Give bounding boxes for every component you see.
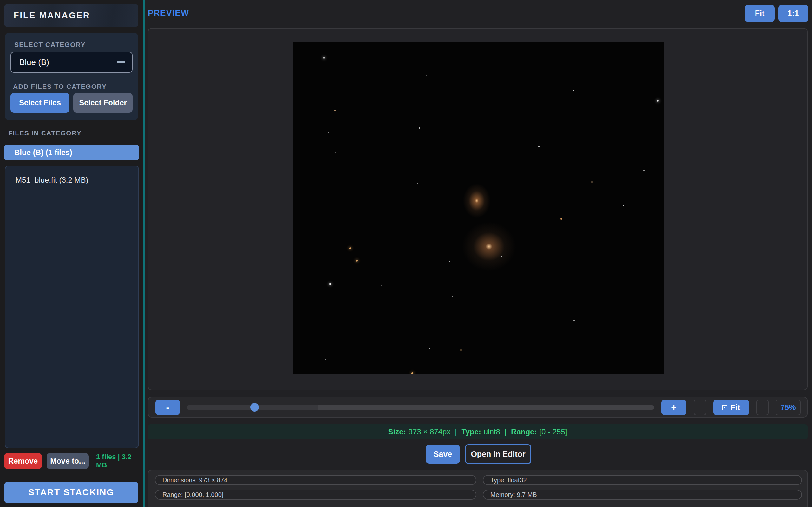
fit-button[interactable]: Fit <box>745 5 774 22</box>
star <box>329 283 331 285</box>
status-type-label: Type: <box>462 428 481 436</box>
select-folder-button[interactable]: Select Folder <box>73 93 132 113</box>
preview-image[interactable] <box>293 42 663 375</box>
remove-button[interactable]: Remove <box>4 453 42 469</box>
star <box>460 349 462 351</box>
files-in-category-label: FILES IN CATEGORY <box>8 129 82 137</box>
star <box>643 170 645 171</box>
status-separator: | <box>505 428 506 436</box>
image-status-bar: Size: 973 × 874px | Type: uint8 | Range:… <box>148 424 808 440</box>
star <box>412 372 413 374</box>
star <box>419 127 420 129</box>
star <box>574 320 575 321</box>
info-memory: Memory: 9.7 MB <box>483 490 802 500</box>
category-group-label: Blue (B) (1 files) <box>14 148 72 157</box>
zoom-extra-button-1[interactable] <box>694 399 706 415</box>
star <box>538 146 540 147</box>
star <box>622 205 624 206</box>
fit-box-icon <box>722 405 727 410</box>
add-files-label: ADD FILES TO CATEGORY <box>13 83 107 90</box>
zoom-out-button[interactable]: - <box>155 400 180 415</box>
status-size-label: Size: <box>388 428 406 436</box>
file-manager-title: FILE MANAGER <box>14 11 91 20</box>
star <box>657 100 659 102</box>
open-in-editor-button[interactable]: Open in Editor <box>465 444 531 464</box>
one-to-one-button[interactable]: 1:1 <box>778 5 808 22</box>
category-select[interactable]: Blue (B) <box>10 52 132 73</box>
zoom-extra-button-2[interactable] <box>757 399 768 415</box>
star <box>448 261 450 262</box>
category-group-row[interactable]: Blue (B) (1 files) <box>4 145 139 160</box>
image-info-panel: Dimensions: 973 × 874 Type: float32 Rang… <box>148 469 808 507</box>
file-manager-header: FILE MANAGER <box>4 4 138 27</box>
star <box>452 296 453 297</box>
star <box>591 181 593 183</box>
info-type: Type: float32 <box>483 475 802 485</box>
star <box>349 247 351 249</box>
zoom-fit-button[interactable]: Fit <box>713 399 749 415</box>
category-panel: SELECT CATEGORY Blue (B) ADD FILES TO CA… <box>5 33 138 120</box>
star <box>426 75 427 76</box>
galaxy <box>452 213 526 281</box>
preview-title: PREVIEW <box>148 8 189 18</box>
status-range-label: Range: <box>511 428 537 436</box>
selection-stats: 1 files | 3.2 MB <box>96 453 143 469</box>
star <box>335 152 336 153</box>
status-separator: | <box>455 428 457 436</box>
star <box>381 285 382 286</box>
zoom-controls: - + Fit 75% <box>148 397 808 417</box>
move-to-button[interactable]: Move to... <box>47 453 89 469</box>
star <box>328 132 329 133</box>
save-button[interactable]: Save <box>426 445 460 463</box>
category-select-value: Blue (B) <box>19 57 49 67</box>
star <box>560 218 562 220</box>
zoom-slider[interactable] <box>186 405 654 410</box>
dash-icon <box>117 61 125 63</box>
star <box>417 183 418 184</box>
file-list-item[interactable]: M51_blue.fit (3.2 MB) <box>5 166 138 184</box>
file-list: M51_blue.fit (3.2 MB) <box>5 166 139 448</box>
select-category-label: SELECT CATEGORY <box>14 41 86 49</box>
status-type-value: uint8 <box>484 428 500 436</box>
status-range-value: [0 - 255] <box>539 428 567 436</box>
star <box>429 348 430 349</box>
star <box>325 359 326 360</box>
info-dimensions: Dimensions: 973 × 874 <box>155 475 476 485</box>
info-range: Range: [0.000, 1.000] <box>155 490 476 500</box>
start-stacking-button[interactable]: START STACKING <box>4 482 138 503</box>
zoom-in-button[interactable]: + <box>661 400 687 415</box>
zoom-level-display: 75% <box>775 399 801 415</box>
star <box>323 57 325 59</box>
star <box>334 110 336 111</box>
zoom-slider-thumb[interactable] <box>250 403 259 411</box>
zoom-fit-label: Fit <box>730 403 740 412</box>
star <box>356 260 358 262</box>
select-files-button[interactable]: Select Files <box>10 93 69 113</box>
status-size-value: 973 × 874px <box>409 428 451 436</box>
sidebar: FILE MANAGER SELECT CATEGORY Blue (B) AD… <box>0 0 143 507</box>
star <box>573 90 574 91</box>
